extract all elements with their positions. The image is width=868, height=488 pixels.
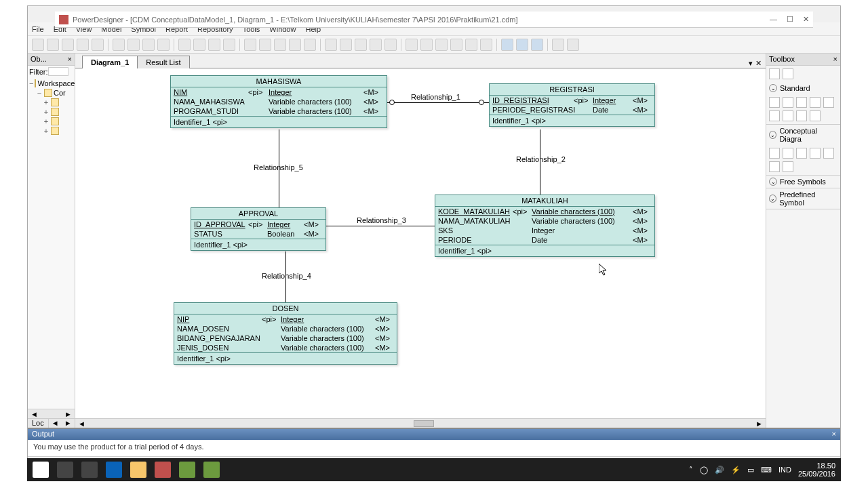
toolbar-copy-icon[interactable] [127, 39, 140, 51]
chevron-icon[interactable]: ⌄ [769, 84, 777, 92]
toolbar-btn-icon[interactable] [531, 39, 543, 51]
relationship-line[interactable] [326, 226, 435, 226]
tool-icon[interactable] [769, 68, 780, 79]
tray-chevron-icon[interactable]: ˄ [689, 466, 693, 474]
toolbox-group-predefined[interactable]: Predefined Symbol [779, 190, 837, 207]
browser-tab-local[interactable]: Loc [28, 419, 49, 428]
tray-clock[interactable]: 18.50 25/09/2016 [798, 462, 835, 478]
tool-icon[interactable] [769, 110, 780, 121]
minimize-button[interactable]: — [770, 15, 777, 24]
edge-icon[interactable] [106, 462, 122, 478]
toolbar-btn-icon[interactable] [501, 39, 513, 51]
toolbar-btn-icon[interactable] [289, 39, 301, 51]
maximize-button[interactable]: ☐ [787, 15, 793, 24]
tab-close-icon[interactable]: ✕ [755, 59, 762, 68]
toolbar-paste-icon[interactable] [142, 39, 155, 51]
entity-mahasiswa[interactable]: MAHASISWA NIM<pi>Integer<M> NAMA_MAHASIS… [170, 75, 387, 128]
tool-paste-icon[interactable] [796, 110, 807, 121]
tray-network-icon[interactable]: ⚡ [731, 466, 741, 474]
tool-pointer-icon[interactable] [769, 97, 780, 108]
canvas-hscroll[interactable]: ◄ ► [75, 418, 766, 428]
tool-icon[interactable] [783, 161, 793, 172]
toolbar-btn-icon[interactable] [406, 39, 418, 51]
tool-zoomout-icon[interactable] [810, 97, 821, 108]
explorer-icon[interactable] [130, 462, 146, 478]
tab-diagram[interactable]: Diagram_1 [82, 56, 138, 68]
tab-dropdown-icon[interactable]: ▾ [749, 59, 753, 68]
camtasia-icon[interactable] [179, 462, 195, 478]
toolbar-btn-icon[interactable] [516, 39, 528, 51]
toolbar-btn-icon[interactable] [420, 39, 433, 51]
toolbar-open-icon[interactable] [47, 39, 59, 51]
close-button[interactable]: ✕ [803, 15, 809, 24]
toolbar-btn-icon[interactable] [325, 39, 337, 51]
tab-resultlist[interactable]: Result List [137, 56, 189, 68]
tool-cut-icon[interactable] [783, 110, 793, 121]
toolbar-globe-icon[interactable] [223, 39, 235, 51]
tray-lang[interactable]: IND [778, 466, 791, 474]
camtasia-rec-icon[interactable] [203, 462, 220, 478]
entity-matakuliah[interactable]: MATAKULIAH KODE_MATAKULIAH<pi>Variable c… [435, 195, 655, 257]
tool-icon[interactable] [810, 110, 821, 121]
toolbar-find-icon[interactable] [208, 39, 220, 51]
tool-inheritance-icon[interactable] [796, 148, 807, 159]
tool-zoom-icon[interactable] [796, 97, 807, 108]
toolbar-btn-icon[interactable] [355, 39, 367, 51]
menu-file[interactable]: File [32, 25, 44, 33]
toolbar-print-icon[interactable] [92, 39, 104, 51]
toolbar-btn-icon[interactable] [567, 39, 579, 51]
tool-icon[interactable] [769, 161, 780, 172]
search-icon[interactable] [57, 462, 73, 478]
browser-close-icon[interactable]: × [68, 55, 72, 64]
toolbar-new-icon[interactable] [32, 39, 44, 51]
toolbar-saveall-icon[interactable] [77, 39, 89, 51]
relationship-line[interactable] [387, 102, 489, 103]
start-icon[interactable] [33, 462, 49, 478]
toolbar-btn-icon[interactable] [384, 39, 397, 51]
toolbar-btn-icon[interactable] [480, 39, 492, 51]
chevron-icon[interactable]: ⌄ [769, 195, 776, 203]
toolbar-btn-icon[interactable] [340, 39, 352, 51]
tray-battery-icon[interactable]: ▭ [747, 466, 754, 474]
toolbar-undo-icon[interactable] [178, 39, 191, 51]
toolbar-btn-icon[interactable] [304, 39, 316, 51]
toolbar-btn-icon[interactable] [370, 39, 382, 51]
tool-entity-icon[interactable] [769, 148, 780, 159]
toolbar-delete-icon[interactable] [157, 39, 170, 51]
toolbox-group-standard[interactable]: Standard [780, 84, 810, 92]
toolbox-group-conceptual[interactable]: Conceptual Diagra [779, 127, 837, 143]
app-icon[interactable] [155, 462, 171, 478]
diagram-canvas[interactable]: MAHASISWA NIM<pi>Integer<M> NAMA_MAHASIS… [75, 68, 766, 418]
chevron-icon[interactable]: ⌄ [769, 131, 776, 139]
toolbar-cut-icon[interactable] [113, 39, 125, 51]
toolbar-redo-icon[interactable] [193, 39, 205, 51]
tray-input-icon[interactable]: ⌨ [761, 466, 772, 474]
tool-hand-icon[interactable] [783, 97, 793, 108]
toolbar-btn-icon[interactable] [274, 39, 286, 51]
object-tree[interactable]: −Workspace −Cor + + + + [28, 77, 75, 137]
tray-chrome-icon[interactable]: ◯ [700, 466, 708, 474]
tool-icon[interactable] [823, 97, 834, 108]
entity-registrasi[interactable]: REGISTRASI ID_REGISTRASI<pi>Integer<M> P… [489, 83, 655, 127]
entity-dosen[interactable]: DOSEN NIP<pi>Integer<M> NAMA_DOSENVariab… [174, 302, 397, 365]
taskview-icon[interactable] [81, 462, 98, 478]
tool-icon[interactable] [823, 148, 834, 159]
tray-volume-icon[interactable]: 🔊 [715, 466, 724, 474]
tool-icon[interactable] [783, 68, 793, 79]
browser-hscroll[interactable]: ◄► [28, 409, 75, 418]
output-close-icon[interactable]: × [832, 430, 836, 439]
toolbar-btn-icon[interactable] [244, 39, 256, 51]
toolbar-btn-icon[interactable] [465, 39, 477, 51]
tool-relationship-icon[interactable] [783, 148, 793, 159]
scroll-thumb[interactable] [414, 420, 434, 427]
toolbar-btn-icon[interactable] [450, 39, 462, 51]
toolbar-save-icon[interactable] [62, 39, 74, 51]
chevron-icon[interactable]: ⌄ [769, 178, 777, 186]
toolbar-btn-icon[interactable] [259, 39, 271, 51]
entity-approval[interactable]: APPROVAL ID_APPROVAL<pi>Integer<M> STATU… [191, 207, 326, 251]
toolbox-close-icon[interactable]: × [833, 55, 837, 64]
toolbox-group-freesymbols[interactable]: Free Symbols [780, 178, 826, 186]
toolbar-btn-icon[interactable] [435, 39, 448, 51]
filter-input[interactable] [48, 67, 68, 76]
toolbar-btn-icon[interactable] [552, 39, 564, 51]
